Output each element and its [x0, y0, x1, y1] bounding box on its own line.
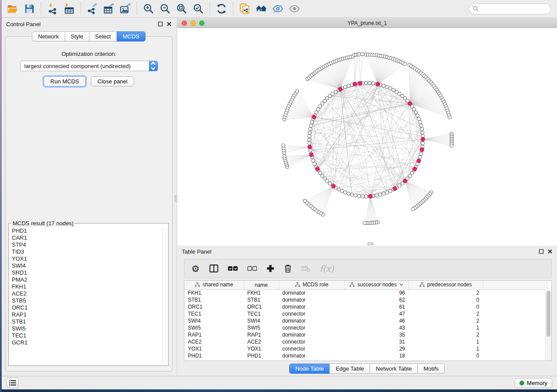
column-header-predecessor-nodes[interactable]: predecessor nodes [408, 281, 483, 289]
delete-column-button[interactable] [284, 264, 292, 273]
network-node[interactable] [450, 144, 453, 148]
network-node[interactable] [357, 194, 361, 198]
table-row[interactable]: YOX1YOX1connector291 [184, 345, 548, 352]
close-panel-button[interactable]: Close panel [91, 76, 134, 86]
table-options-button[interactable]: ⚙ [191, 264, 200, 273]
network-node[interactable] [311, 159, 315, 162]
tab-edge-table[interactable]: Edge Table [329, 364, 370, 374]
network-node[interactable] [411, 207, 415, 211]
network-node[interactable] [343, 85, 347, 89]
table-row[interactable]: ORC1ORC1dominator610 [184, 303, 548, 310]
network-node[interactable] [303, 199, 307, 203]
table-row[interactable]: SWI4SWI4dominator462 [184, 317, 548, 324]
network-node[interactable] [343, 191, 347, 194]
network-node[interactable] [419, 120, 422, 124]
mcds-node-item[interactable]: STB5 [12, 297, 162, 304]
network-node[interactable] [308, 134, 311, 138]
column-browser-button[interactable] [209, 264, 218, 273]
close-panel-icon[interactable] [166, 21, 172, 27]
network-node[interactable] [375, 194, 378, 197]
network-node[interactable] [360, 52, 364, 56]
mcds-hub-node[interactable] [353, 82, 356, 86]
mcds-hub-node[interactable] [358, 81, 362, 85]
network-node[interactable] [363, 221, 367, 225]
mcds-node-item[interactable]: YOX1 [12, 255, 162, 262]
memory-button[interactable]: Memory [515, 378, 552, 388]
network-node[interactable] [388, 189, 392, 193]
table-row[interactable]: TEC1TEC1connector472 [184, 310, 548, 317]
network-node[interactable] [308, 131, 311, 134]
network-node[interactable] [350, 193, 354, 196]
close-panel-icon[interactable] [547, 249, 553, 254]
duplicate-network-button[interactable] [236, 1, 253, 16]
network-node[interactable] [417, 117, 421, 120]
network-node[interactable] [308, 127, 312, 131]
show-all-button[interactable] [286, 1, 303, 16]
mcds-hub-node[interactable] [420, 148, 424, 151]
table-row[interactable]: FKH1FKH1dominator962 [184, 289, 548, 296]
mcds-node-item[interactable]: STP4 [12, 241, 162, 248]
network-node[interactable] [309, 124, 313, 127]
mcds-node-item[interactable]: STB1 [12, 318, 162, 325]
network-node[interactable] [371, 82, 375, 85]
zoom-fit-button[interactable] [173, 1, 190, 16]
table-scrollbar[interactable] [545, 289, 551, 361]
ui-components-menu-button[interactable] [7, 378, 18, 388]
network-node[interactable] [385, 85, 389, 89]
export-network-button[interactable] [84, 1, 100, 16]
mcds-hub-node[interactable] [403, 179, 407, 183]
tab-network-table[interactable]: Network Table [370, 364, 418, 374]
mcds-node-item[interactable]: TEC1 [12, 332, 162, 339]
tab-mcds[interactable]: MCDS [117, 31, 145, 41]
network-node[interactable] [295, 89, 299, 93]
network-node[interactable] [310, 120, 314, 124]
mcds-node-item[interactable]: RAP1 [12, 311, 162, 318]
network-node[interactable] [308, 141, 311, 145]
network-node[interactable] [419, 124, 423, 127]
mcds-node-item[interactable]: ACE2 [12, 290, 162, 297]
tab-motifs[interactable]: Motifs [417, 364, 445, 374]
table-row[interactable]: STB1STB1dominator620 [184, 296, 548, 303]
network-node[interactable] [347, 192, 350, 196]
hide-selected-button[interactable] [270, 1, 286, 16]
network-node[interactable] [414, 110, 418, 114]
mcds-node-item[interactable]: PMA2 [12, 276, 162, 283]
column-header-name[interactable]: name [244, 281, 279, 289]
network-node[interactable] [448, 116, 451, 119]
run-mcds-button[interactable]: Run MCDS [44, 76, 86, 86]
zoom-selected-button[interactable] [190, 1, 207, 16]
refresh-button[interactable] [213, 1, 230, 16]
network-node[interactable] [421, 131, 424, 134]
export-image-button[interactable] [117, 1, 134, 16]
save-session-button[interactable] [21, 1, 38, 16]
mcds-node-item[interactable]: FKH1 [12, 283, 162, 290]
zoom-out-button[interactable] [157, 1, 173, 16]
mcds-node-item[interactable]: SWI4 [12, 262, 162, 269]
mcds-hub-node[interactable] [332, 184, 336, 188]
network-node[interactable] [361, 195, 364, 198]
network-node[interactable] [281, 144, 285, 147]
mcds-node-item[interactable]: SWI5 [12, 325, 162, 332]
deselect-all-button[interactable] [247, 266, 257, 271]
tab-select[interactable]: Select [89, 31, 117, 41]
column-header-successor-nodes[interactable]: successor nodes [344, 281, 408, 289]
network-node[interactable] [354, 194, 357, 197]
network-node[interactable] [283, 155, 286, 158]
network-node[interactable] [313, 162, 316, 165]
mcds-hub-node[interactable] [408, 102, 412, 106]
mcds-list-scrollbar[interactable] [162, 227, 168, 365]
network-node[interactable] [382, 84, 385, 87]
export-table-button[interactable] [100, 1, 117, 16]
mcds-hub-node[interactable] [393, 186, 397, 190]
mcds-node-item[interactable]: SRD1 [12, 269, 162, 276]
tab-node-table[interactable]: Node Table [289, 364, 330, 374]
network-view[interactable] [177, 28, 557, 246]
column-header-mcds-role[interactable]: MCDS role [279, 281, 344, 289]
import-network-button[interactable] [44, 1, 61, 16]
network-node[interactable] [378, 193, 382, 196]
network-node[interactable] [340, 189, 344, 193]
zoom-in-button[interactable] [140, 1, 157, 16]
mcds-node-item[interactable]: PHD1 [12, 227, 162, 234]
mcds-node-item[interactable]: GCR1 [12, 339, 162, 346]
mcds-hub-node[interactable] [376, 82, 380, 86]
